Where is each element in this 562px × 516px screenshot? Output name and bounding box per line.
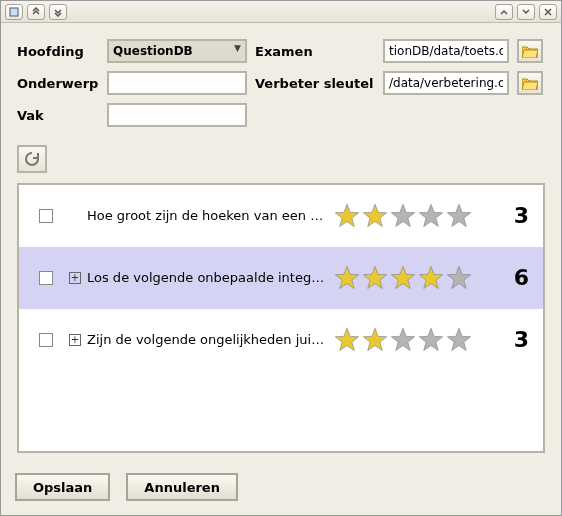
star-icon bbox=[389, 202, 417, 230]
star-icon bbox=[361, 264, 389, 292]
star-icon bbox=[333, 326, 361, 354]
row-checkbox[interactable] bbox=[39, 333, 53, 347]
expand-icon[interactable]: + bbox=[69, 272, 81, 284]
footer: Opslaan Annuleren bbox=[1, 463, 561, 515]
refresh-button[interactable] bbox=[17, 145, 47, 173]
star-icon bbox=[389, 264, 417, 292]
score-value: 3 bbox=[493, 327, 533, 352]
question-text: Hoe groot zijn de hoeken van een recht..… bbox=[87, 208, 333, 223]
star-icon bbox=[361, 202, 389, 230]
expand-down-button[interactable] bbox=[49, 4, 67, 20]
verbeter-field[interactable] bbox=[383, 71, 509, 95]
app-menu-button[interactable] bbox=[5, 4, 23, 20]
hoofding-label: Hoofding bbox=[17, 44, 99, 59]
table-row[interactable]: +Hoe groot zijn de hoeken van een recht.… bbox=[19, 185, 543, 247]
rating-stars[interactable] bbox=[333, 264, 493, 292]
star-icon bbox=[445, 202, 473, 230]
svg-rect-0 bbox=[10, 8, 18, 16]
star-icon bbox=[361, 326, 389, 354]
folder-icon bbox=[522, 45, 538, 58]
examen-field[interactable] bbox=[383, 39, 509, 63]
table-row[interactable]: +Los de volgende onbepaalde integralen .… bbox=[19, 247, 543, 309]
save-button[interactable]: Opslaan bbox=[15, 473, 110, 501]
collapse-up-button[interactable] bbox=[27, 4, 45, 20]
score-value: 3 bbox=[493, 203, 533, 228]
star-icon bbox=[445, 326, 473, 354]
verbeter-label: Verbeter sleutel bbox=[255, 76, 375, 91]
onderwerp-field[interactable] bbox=[107, 71, 247, 95]
shade-button[interactable] bbox=[495, 4, 513, 20]
toolbar-row bbox=[17, 145, 545, 173]
rating-stars[interactable] bbox=[333, 326, 493, 354]
star-icon bbox=[333, 202, 361, 230]
star-icon bbox=[333, 264, 361, 292]
row-checkbox[interactable] bbox=[39, 209, 53, 223]
hoofding-combo[interactable]: QuestionDB bbox=[107, 39, 247, 63]
rating-stars[interactable] bbox=[333, 202, 493, 230]
cancel-button[interactable]: Annuleren bbox=[126, 473, 238, 501]
vak-field[interactable] bbox=[107, 103, 247, 127]
verbeter-browse-button[interactable] bbox=[517, 71, 543, 95]
examen-browse-button[interactable] bbox=[517, 39, 543, 63]
onderwerp-label: Onderwerp bbox=[17, 76, 99, 91]
content-area: Hoofding QuestionDB Examen Onderwerp Ver… bbox=[1, 23, 561, 463]
maximize-button[interactable] bbox=[517, 4, 535, 20]
hoofding-select[interactable]: QuestionDB bbox=[107, 39, 247, 63]
examen-label: Examen bbox=[255, 44, 375, 59]
row-checkbox[interactable] bbox=[39, 271, 53, 285]
star-icon bbox=[417, 326, 445, 354]
vak-label: Vak bbox=[17, 108, 99, 123]
table-row[interactable]: +Zijn de volgende ongelijkheden juist of… bbox=[19, 309, 543, 371]
form-grid: Hoofding QuestionDB Examen Onderwerp Ver… bbox=[17, 39, 545, 127]
titlebar bbox=[1, 1, 561, 23]
star-icon bbox=[389, 326, 417, 354]
star-icon bbox=[445, 264, 473, 292]
question-text: Los de volgende onbepaalde integralen ..… bbox=[87, 270, 333, 285]
window: Hoofding QuestionDB Examen Onderwerp Ver… bbox=[0, 0, 562, 516]
star-icon bbox=[417, 202, 445, 230]
refresh-icon bbox=[24, 151, 40, 167]
star-icon bbox=[417, 264, 445, 292]
close-button[interactable] bbox=[539, 4, 557, 20]
question-text: Zijn de volgende ongelijkheden juist of … bbox=[87, 332, 333, 347]
folder-icon bbox=[522, 77, 538, 90]
score-value: 6 bbox=[493, 265, 533, 290]
expand-icon[interactable]: + bbox=[69, 334, 81, 346]
question-list[interactable]: +Hoe groot zijn de hoeken van een recht.… bbox=[17, 183, 545, 453]
